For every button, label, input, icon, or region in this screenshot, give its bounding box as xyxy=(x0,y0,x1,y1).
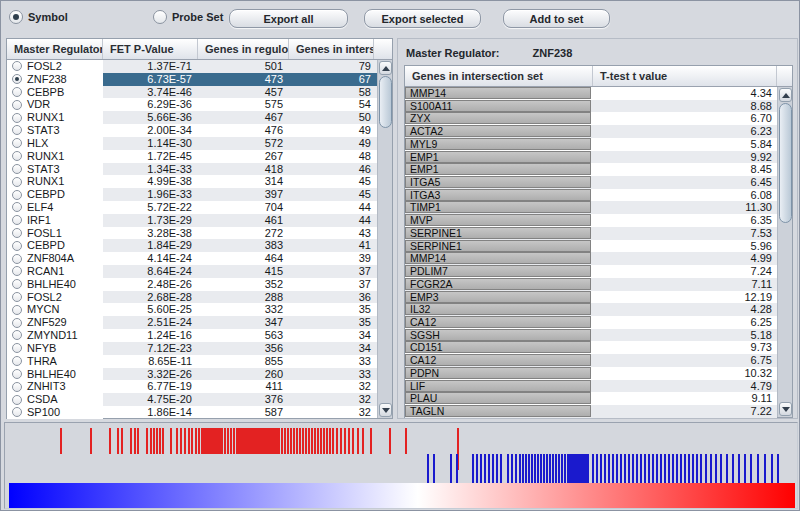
table-row[interactable]: BHLHE403.32E-2626033 xyxy=(7,368,377,381)
row-radio-icon[interactable] xyxy=(12,215,22,225)
row-radio-icon[interactable] xyxy=(12,292,22,302)
row-radio-icon[interactable] xyxy=(12,395,22,405)
row-radio-icon[interactable] xyxy=(12,151,22,161)
master-regulator-cell[interactable]: BHLHE40 xyxy=(7,368,103,381)
column-header-2[interactable]: Genes in regulon xyxy=(198,39,289,59)
radio-symbol-icon[interactable] xyxy=(9,10,23,24)
table-row[interactable]: FOSL21.37E-7150179 xyxy=(7,60,377,73)
master-regulator-cell[interactable]: CEBPD xyxy=(7,239,103,252)
table-row[interactable]: IRF11.73E-2946144 xyxy=(7,214,377,227)
table-row[interactable]: SERPINE15.96 xyxy=(405,240,777,253)
table-row[interactable]: CD1519.73 xyxy=(405,341,777,354)
table-row[interactable]: MMP144.34 xyxy=(405,87,777,100)
row-radio-icon[interactable] xyxy=(12,177,22,187)
master-regulator-cell[interactable]: RUNX1 xyxy=(7,175,103,188)
table-row[interactable]: PDLIM77.24 xyxy=(405,265,777,278)
table-row[interactable]: PLAU9.11 xyxy=(405,392,777,405)
gene-name-button[interactable]: CA12 xyxy=(405,316,591,328)
table-row[interactable]: RUNX15.66E-3646750 xyxy=(7,111,377,124)
table-row[interactable]: STAT31.34E-3341846 xyxy=(7,163,377,176)
master-regulator-cell[interactable]: CEBPD xyxy=(7,188,103,201)
table-row[interactable]: RUNX11.72E-4526748 xyxy=(7,150,377,163)
master-regulator-cell[interactable]: ZNF238 xyxy=(7,73,103,86)
row-radio-icon[interactable] xyxy=(12,266,22,276)
scroll-up-button[interactable] xyxy=(779,88,792,102)
gene-name-button[interactable]: PDLIM7 xyxy=(405,265,591,277)
gene-name-button[interactable]: S100A11 xyxy=(405,100,591,112)
master-regulator-cell[interactable]: RUNX1 xyxy=(7,111,103,124)
master-regulator-cell[interactable]: ZNF529 xyxy=(7,316,103,329)
column-header-1[interactable]: T-test t value xyxy=(593,66,777,86)
add-to-set-button[interactable]: Add to set xyxy=(503,9,610,28)
table-row[interactable]: TIMP111.30 xyxy=(405,201,777,214)
table-row[interactable]: ZNHIT36.77E-1941132 xyxy=(7,380,377,393)
table-row[interactable]: ZNF2386.73E-5747367 xyxy=(7,73,377,86)
table-row[interactable]: MYL95.84 xyxy=(405,138,777,151)
table-row[interactable]: ITGA36.08 xyxy=(405,189,777,202)
table-row[interactable]: CEBPD1.96E-3339745 xyxy=(7,188,377,201)
table-row[interactable]: ZNF5292.51E-2434735 xyxy=(7,316,377,329)
gene-name-button[interactable]: FCGR2A xyxy=(405,278,591,290)
master-regulator-cell[interactable]: FOSL2 xyxy=(7,60,103,73)
table-row[interactable]: STAT32.00E-3447649 xyxy=(7,124,377,137)
table-row[interactable]: EMP19.92 xyxy=(405,151,777,164)
master-regulator-cell[interactable]: ZMYND11 xyxy=(7,329,103,342)
row-radio-icon[interactable] xyxy=(12,407,22,417)
table-row[interactable]: IL324.28 xyxy=(405,303,777,316)
row-radio-icon[interactable] xyxy=(12,100,22,110)
gene-name-button[interactable]: CA12 xyxy=(405,354,591,366)
table-row[interactable]: RCAN18.64E-2441537 xyxy=(7,265,377,278)
table-row[interactable]: VDR6.29E-3657554 xyxy=(7,98,377,111)
gene-name-button[interactable]: SGSH xyxy=(405,329,591,341)
row-radio-icon[interactable] xyxy=(12,369,22,379)
column-header-0[interactable]: Master Regulator xyxy=(7,39,103,59)
gene-name-button[interactable]: PLAU xyxy=(405,392,591,404)
radio-probe-set[interactable]: Probe Set xyxy=(153,10,223,24)
right-table-scrollbar[interactable] xyxy=(777,87,792,417)
master-regulator-cell[interactable]: SP100 xyxy=(7,406,103,419)
master-regulator-cell[interactable]: MYCN xyxy=(7,303,103,316)
table-row[interactable]: SGSH5.18 xyxy=(405,329,777,342)
row-radio-icon[interactable] xyxy=(12,164,22,174)
row-radio-icon[interactable] xyxy=(12,330,22,340)
gene-name-button[interactable]: ITGA3 xyxy=(405,189,591,201)
table-row[interactable]: FCGR2A7.11 xyxy=(405,278,777,291)
master-regulator-cell[interactable]: ZNF804A xyxy=(7,252,103,265)
column-header-0[interactable]: Genes in intersection set xyxy=(405,66,593,86)
table-row[interactable]: EMP312.19 xyxy=(405,291,777,304)
row-radio-icon[interactable] xyxy=(12,241,22,251)
table-row[interactable]: PDPN10.32 xyxy=(405,367,777,380)
row-radio-icon[interactable] xyxy=(12,113,22,123)
table-row[interactable]: S100A118.68 xyxy=(405,100,777,113)
column-header-1[interactable]: FET P-Value xyxy=(103,39,198,59)
master-regulator-cell[interactable]: VDR xyxy=(7,98,103,111)
table-row[interactable]: THRA8.65E-1185533 xyxy=(7,355,377,368)
scroll-down-button[interactable] xyxy=(779,402,792,416)
table-row[interactable]: LIF4.79 xyxy=(405,380,777,393)
master-regulator-cell[interactable]: NFYB xyxy=(7,342,103,355)
table-row[interactable]: SP1001.86E-1458732 xyxy=(7,406,377,419)
table-row[interactable]: ELF45.72E-2270444 xyxy=(7,201,377,214)
row-radio-icon[interactable] xyxy=(12,61,22,71)
gene-name-button[interactable]: EMP1 xyxy=(405,163,591,175)
gene-name-button[interactable]: SERPINE1 xyxy=(405,227,591,239)
master-regulator-cell[interactable]: CEBPB xyxy=(7,86,103,99)
gene-name-button[interactable]: TIMP1 xyxy=(405,201,591,213)
table-row[interactable]: FOSL22.68E-2828836 xyxy=(7,291,377,304)
row-radio-icon[interactable] xyxy=(12,190,22,200)
table-row[interactable]: CA126.25 xyxy=(405,316,777,329)
gene-name-button[interactable]: MMP14 xyxy=(405,252,591,264)
master-regulator-cell[interactable]: FOSL1 xyxy=(7,227,103,240)
table-row[interactable]: CSDA4.75E-2037632 xyxy=(7,393,377,406)
master-regulator-cell[interactable]: BHLHE40 xyxy=(7,278,103,291)
gene-name-button[interactable]: ACTA2 xyxy=(405,125,591,137)
table-row[interactable]: ITGA56.45 xyxy=(405,176,777,189)
row-radio-icon[interactable] xyxy=(12,343,22,353)
table-row[interactable]: SERPINE17.53 xyxy=(405,227,777,240)
master-regulator-cell[interactable]: ZNHIT3 xyxy=(7,380,103,393)
master-regulator-cell[interactable]: HLX xyxy=(7,137,103,150)
gene-name-button[interactable]: SERPINE1 xyxy=(405,240,591,252)
gene-name-button[interactable]: LIF xyxy=(405,380,591,392)
table-row[interactable]: CA126.75 xyxy=(405,354,777,367)
table-row[interactable]: FOSL13.28E-3827243 xyxy=(7,227,377,240)
